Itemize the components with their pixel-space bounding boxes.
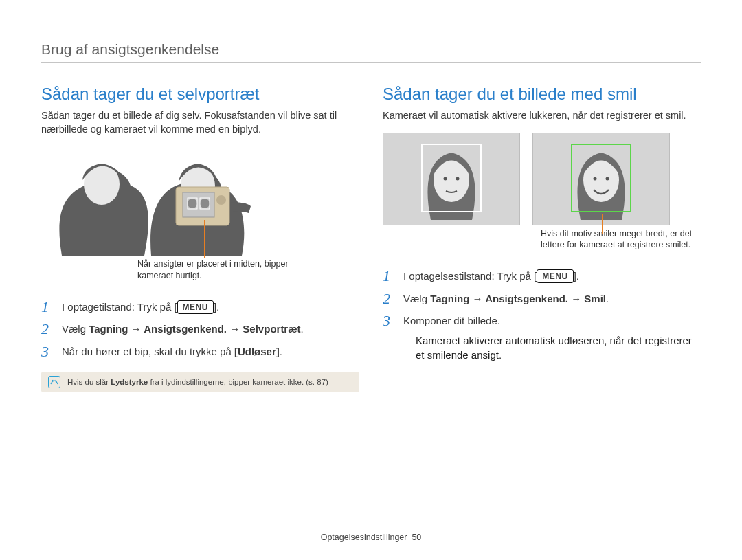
face-examples [383, 133, 701, 225]
steps-right: 1 I optagelsestilstand: Tryk på [MENU]. … [383, 269, 701, 369]
step-number: 1 [383, 269, 395, 284]
page: Brug af ansigtsgenkendelse Sådan tager d… [0, 0, 742, 560]
page-number: 50 [412, 533, 421, 542]
step-number: 1 [41, 300, 54, 315]
columns: Sådan tager du et selvportræt Sådan tage… [41, 85, 701, 392]
svg-rect-4 [216, 195, 226, 205]
step-3-right: 3 Komponer dit billede. Kameraet aktiver… [383, 313, 701, 369]
section-intro-smile: Kameraet vil automatisk aktivere lukkere… [383, 109, 701, 123]
step-text: Vælg Tagning → Ansigtsgenkend. → Selvpor… [62, 322, 304, 337]
note-text: Hvis du slår Lydstyrke fra i lydindstill… [67, 378, 328, 386]
step-text: I optagetilstand: Tryk på [MENU]. [62, 300, 219, 315]
svg-point-6 [200, 199, 210, 208]
page-heading: Brug af ansigtsgenkendelse [41, 41, 701, 63]
face-tile-smiling [532, 133, 670, 225]
menu-button-icon: MENU [537, 269, 573, 283]
step-number: 2 [383, 291, 395, 306]
step-3-left: 3 Når du hører et bip, skal du trykke på… [41, 344, 359, 360]
callout-line [602, 214, 603, 234]
illustration-people-with-camera [41, 146, 289, 256]
focus-frame-white [421, 144, 482, 212]
step-text: Komponer dit billede. Kameraet aktiverer… [403, 313, 701, 369]
illustration-selfie: Når ansigter er placeret i midten, bippe… [41, 146, 359, 282]
step-text: Vælg Tagning → Ansigtsgenkend. → Smil. [403, 291, 609, 307]
step-1-left: 1 I optagetilstand: Tryk på [MENU]. [41, 300, 359, 315]
section-intro-selfportrait: Sådan tager du et billede af dig selv. F… [41, 109, 359, 136]
note-box: Hvis du slår Lydstyrke fra i lydindstill… [41, 372, 359, 392]
focus-frame-green [571, 144, 631, 212]
step-3-sub-item: Kameraet aktiverer automatisk udløseren,… [416, 333, 701, 362]
info-icon [48, 376, 60, 388]
illustration-smile: Hvis dit motiv smiler meget bredt, er de… [383, 133, 701, 251]
callout-line [204, 220, 205, 258]
menu-button-icon: MENU [177, 300, 214, 314]
step-number: 3 [383, 313, 395, 328]
section-title-selfportrait: Sådan tager du et selvportræt [41, 85, 359, 104]
step-text: I optagelsestilstand: Tryk på [MENU]. [403, 269, 579, 284]
step-2-right: 2 Vælg Tagning → Ansigtsgenkend. → Smil. [383, 291, 701, 307]
illustration-caption-left: Når ansigter er placeret i midten, bippe… [137, 258, 316, 282]
svg-point-5 [188, 199, 197, 208]
people-icon [41, 146, 289, 256]
step-2-left: 2 Vælg Tagning → Ansigtsgenkend. → Selvp… [41, 322, 359, 337]
footer-label: Optagelsesindstillinger [321, 533, 407, 542]
step-3-sublist: Kameraet aktiverer automatisk udløseren,… [403, 333, 701, 362]
face-tile-neutral [383, 133, 520, 225]
step-text: Når du hører et bip, skal du trykke på [… [62, 344, 282, 360]
step-1-right: 1 I optagelsestilstand: Tryk på [MENU]. [383, 269, 701, 284]
illustration-caption-right: Hvis dit motiv smiler meget bredt, er de… [541, 228, 699, 251]
page-footer: Optagelsesindstillinger 50 [0, 533, 742, 542]
section-title-smile: Sådan tager du et billede med smil [383, 85, 701, 104]
column-right: Sådan tager du et billede med smil Kamer… [383, 85, 701, 392]
steps-left: 1 I optagetilstand: Tryk på [MENU]. 2 Væ… [41, 300, 359, 360]
column-left: Sådan tager du et selvportræt Sådan tage… [41, 85, 359, 392]
step-number: 3 [41, 344, 54, 359]
step-number: 2 [41, 322, 54, 337]
